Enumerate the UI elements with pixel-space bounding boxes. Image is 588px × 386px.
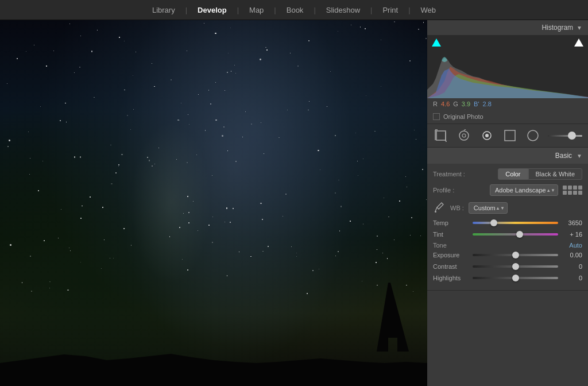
star — [285, 194, 287, 195]
wb-label: WB : — [450, 204, 464, 211]
star — [80, 218, 82, 219]
histogram-values: R 4.6 G 3.9 B' 2.8 — [427, 98, 588, 110]
wb-eyedropper-tool[interactable] — [433, 202, 446, 214]
star — [264, 153, 264, 154]
opacity-slider-track[interactable] — [548, 135, 582, 137]
redeye-icon-svg — [481, 129, 493, 142]
star — [171, 79, 172, 80]
original-photo-row: Original Photo — [427, 110, 588, 123]
tint-slider-track — [473, 233, 558, 236]
profile-browser-button[interactable] — [563, 186, 582, 195]
star — [82, 206, 83, 207]
star — [251, 123, 252, 125]
radial-filter-icon[interactable] — [525, 128, 541, 144]
basic-panel-header[interactable]: Basic ▼ — [427, 148, 588, 164]
star — [355, 133, 356, 133]
crop-tool-icon[interactable] — [433, 128, 449, 144]
star — [307, 293, 308, 294]
svg-point-5 — [459, 131, 469, 140]
star — [374, 131, 375, 132]
basic-panel-content: Treatment : Color Black & White Profile … — [427, 164, 588, 290]
tint-slider-wrapper[interactable] — [473, 230, 558, 238]
star — [260, 59, 261, 60]
highlights-slider-thumb[interactable] — [512, 275, 519, 281]
graduated-filter-icon[interactable] — [502, 128, 518, 144]
top-navigation: Library | Develop | Map | Book | Slidesh… — [0, 0, 588, 20]
profile-select[interactable]: Adobe Landscape — [490, 184, 558, 196]
spot-removal-icon[interactable] — [456, 128, 472, 144]
original-photo-checkbox[interactable] — [433, 113, 440, 120]
temp-slider-wrapper[interactable] — [473, 219, 558, 227]
star — [377, 236, 378, 237]
tone-auto-button[interactable]: Auto — [569, 242, 582, 249]
star — [90, 196, 91, 198]
star — [319, 269, 319, 269]
star — [338, 180, 339, 180]
temp-slider-thumb[interactable] — [490, 219, 497, 226]
nav-print[interactable]: Print — [372, 0, 408, 20]
treatment-bw-button[interactable]: Black & White — [528, 168, 582, 180]
star — [338, 31, 338, 32]
star — [215, 33, 216, 34]
treatment-color-button[interactable]: Color — [498, 168, 528, 180]
star — [104, 240, 105, 240]
star — [208, 225, 210, 226]
nav-map[interactable]: Map — [239, 0, 274, 20]
contrast-slider-wrapper[interactable] — [473, 263, 558, 271]
star — [31, 291, 32, 292]
star — [262, 251, 264, 252]
contrast-slider-thumb[interactable] — [512, 263, 519, 270]
nav-web[interactable]: Web — [411, 0, 447, 20]
tint-slider-thumb[interactable] — [516, 231, 523, 238]
star — [58, 238, 59, 238]
exposure-label: Exposure — [433, 252, 470, 258]
histogram-header[interactable]: Histogram ▼ — [427, 20, 588, 35]
star — [335, 256, 336, 256]
star — [312, 270, 314, 271]
highlights-slider-wrapper[interactable] — [473, 274, 558, 282]
wb-select[interactable]: Custom — [469, 202, 508, 214]
star — [416, 139, 416, 140]
exposure-slider-thumb[interactable] — [512, 252, 519, 258]
star — [405, 176, 406, 177]
hist-g-label: G — [453, 101, 458, 107]
crop-icon-svg — [435, 129, 447, 142]
star — [133, 75, 133, 76]
hist-b-label: B' — [474, 101, 479, 107]
basic-collapse-icon[interactable]: ▼ — [577, 153, 582, 159]
clipping-left-indicator[interactable] — [432, 38, 441, 47]
star — [341, 206, 342, 207]
nav-develop[interactable]: Develop — [187, 0, 237, 20]
clipping-right-indicator[interactable] — [574, 38, 583, 47]
star — [177, 119, 179, 121]
star — [296, 253, 297, 253]
star — [152, 165, 153, 167]
star — [308, 40, 310, 41]
star — [250, 256, 251, 257]
star — [80, 262, 81, 263]
nav-book[interactable]: Book — [276, 0, 314, 20]
star — [124, 41, 125, 41]
star — [388, 217, 389, 217]
star — [339, 230, 340, 231]
star — [127, 115, 128, 116]
star — [381, 86, 381, 87]
nav-library[interactable]: Library — [142, 0, 185, 20]
histogram-collapse-icon[interactable]: ▼ — [577, 25, 582, 31]
star — [118, 164, 119, 165]
tint-value: + 16 — [560, 231, 582, 238]
redeye-icon[interactable] — [479, 128, 495, 144]
star — [179, 120, 180, 121]
opacity-slider-thumb[interactable] — [568, 132, 576, 140]
nav-slideshow[interactable]: Slideshow — [316, 0, 370, 20]
exposure-slider-wrapper[interactable] — [473, 251, 558, 259]
star — [60, 120, 60, 121]
svg-rect-10 — [505, 130, 515, 141]
star — [235, 73, 236, 74]
star — [158, 148, 159, 148]
star — [115, 172, 117, 173]
star — [187, 162, 188, 163]
star — [110, 258, 110, 258]
star — [136, 52, 136, 52]
star — [235, 161, 237, 162]
